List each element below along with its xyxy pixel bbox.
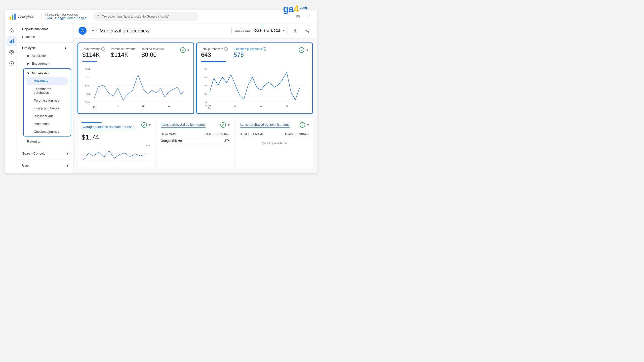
purchasers-dropdown-icon[interactable]: ▾: [306, 48, 308, 52]
page-title: Monetization overview: [100, 28, 228, 34]
purchase-revenue-value: $114K: [111, 51, 135, 58]
share-button[interactable]: [303, 26, 312, 35]
explore-icon[interactable]: [7, 47, 17, 57]
sidebar-item-in-app[interactable]: In-app purchases: [27, 104, 69, 112]
export-button[interactable]: [291, 26, 300, 35]
revenue-chart-svg-container: $20K $15K $10K $5K $0.00 08 Oct 15: [82, 64, 189, 109]
sidebar-lifecycle-items: ▶ Acquisition ▶ Engagement ▼ Monetizatio…: [18, 52, 73, 145]
total-revenue-metric: Total revenue i $114K: [82, 47, 105, 58]
svg-text:50: 50: [205, 68, 207, 70]
user-avatar[interactable]: A: [78, 27, 87, 35]
item-value-cell: 374: [224, 139, 230, 143]
svg-text:30: 30: [205, 85, 207, 87]
add-comparison-button[interactable]: +: [90, 27, 97, 34]
first-time-info-icon[interactable]: i: [263, 47, 266, 51]
items-list-purchased-col-header: ITEMS PURCHA...: [284, 132, 309, 135]
svg-line-21: [307, 31, 308, 32]
items-list-dropdown-icon[interactable]: ▾: [307, 123, 309, 127]
item-name-cell: Google Sticker: [161, 139, 182, 143]
svg-point-3: [97, 15, 99, 17]
app-container: Analytics All accounts > Demo Account GA…: [5, 10, 317, 173]
svg-rect-2: [14, 14, 16, 20]
svg-text:08: 08: [93, 105, 95, 107]
items-list-status-icon[interactable]: ✓: [300, 122, 305, 128]
total-revenue-info-icon[interactable]: i: [101, 47, 105, 51]
svg-text:10: 10: [205, 101, 207, 104]
svg-rect-0: [10, 17, 11, 20]
engagement-expand-icon: ▶: [27, 62, 30, 65]
revenue-dropdown-icon[interactable]: ▾: [188, 48, 189, 52]
total-ad-revenue-metric: Total ad revenue $0.00: [141, 47, 164, 58]
search-console-section: Search Console ▼: [18, 149, 73, 158]
analytics-icon: [9, 13, 16, 20]
sidebar-item-user[interactable]: User ▼: [18, 162, 73, 169]
reports-icon[interactable]: [7, 36, 17, 46]
revenue-status-icon[interactable]: ✓: [180, 47, 186, 53]
sidebar-item-engagement[interactable]: ▶ Engagement: [21, 60, 71, 67]
reports-snapshot-label: Reports snapshot: [22, 27, 48, 31]
revenue-chart-panel: Total revenue i $114K Purchase revenue $…: [77, 42, 194, 114]
sidebar-item-overview[interactable]: Overview: [27, 77, 69, 85]
revenue-chart-svg: $20K $15K $10K $5K $0.00 08 Oct 15: [82, 64, 189, 109]
sidebar-item-realtime[interactable]: Realtime: [18, 33, 71, 41]
total-purchasers-value: 643: [201, 51, 228, 58]
analytics-title: Analytics: [18, 14, 34, 19]
avg-revenue-value: $1.74: [82, 133, 151, 141]
svg-point-17: [308, 29, 309, 30]
sidebar-divider-2: [18, 147, 73, 147]
avg-revenue-panel: Average purchase revenue per user ✓ ▾ $1…: [77, 118, 155, 167]
main-area: Reports snapshot Realtime Life cycle ▲ ▶…: [5, 23, 317, 173]
date-range-selector[interactable]: Last 28 days Oct 8 - Nov 4, 2023 ▾: [231, 27, 288, 34]
sidebar-item-ecommerce[interactable]: Ecommerce purchases: [27, 85, 69, 97]
svg-text:20: 20: [205, 93, 207, 95]
sidebar-item-retention[interactable]: Retention: [21, 138, 71, 145]
sidebar-item-reports-snapshot[interactable]: Reports snapshot: [18, 25, 71, 33]
items-by-name-panel: Items purchased by Item name ✓ ▾ ITEM NA…: [157, 118, 234, 167]
items-by-list-panel: Items purchased by Item list name ✓ ▾ IT…: [236, 118, 313, 167]
svg-text:Oct: Oct: [208, 107, 211, 109]
avg-revenue-dropdown-icon[interactable]: ▾: [149, 123, 151, 127]
purchasers-chart-svg: 50 40 30 20 10 0 08 Oct: [201, 64, 308, 109]
svg-rect-1: [12, 15, 13, 20]
content-area: A + Monetization overview change the tim…: [73, 23, 317, 173]
svg-text:$10K: $10K: [85, 85, 90, 87]
svg-text:15: 15: [234, 105, 236, 107]
sidebar-item-purchase-journey[interactable]: Purchase journey: [27, 97, 69, 104]
sidebar-lifecycle-header[interactable]: Life cycle ▲: [18, 44, 71, 52]
purchasers-status-icon[interactable]: ✓: [299, 47, 304, 53]
avg-revenue-indicator: [82, 122, 102, 123]
search-console-chevron-icon: ▼: [66, 152, 69, 155]
svg-point-18: [306, 30, 307, 31]
sidebar-item-publisher-ads[interactable]: Publisher ads: [27, 112, 69, 120]
sidebar-item-promotions[interactable]: Promotions: [27, 120, 69, 128]
items-name-dropdown-icon[interactable]: ▾: [228, 123, 230, 127]
sidebar-divider-1: [18, 42, 73, 42]
svg-text:29: 29: [286, 105, 288, 107]
total-purchasers-info-icon[interactable]: i: [224, 47, 228, 51]
total-ad-revenue-value: $0.00: [141, 51, 164, 58]
sidebar-item-acquisition[interactable]: ▶ Acquisition: [21, 52, 71, 60]
sidebar-item-checkout-journey[interactable]: Checkout journey: [27, 128, 69, 135]
sidebar-divider-3: [18, 160, 73, 160]
svg-text:$5K: $5K: [86, 93, 90, 95]
home-icon[interactable]: [7, 25, 17, 35]
item-name-col-header: ITEM NAME: [161, 132, 177, 135]
svg-text:40: 40: [205, 76, 207, 79]
revenue-metrics: Total revenue i $114K Purchase revenue $…: [82, 47, 189, 58]
search-input[interactable]: [102, 15, 195, 18]
items-name-status-icon[interactable]: ✓: [220, 122, 226, 128]
search-bar[interactable]: [93, 12, 198, 21]
sidebar-item-monetization[interactable]: ▼ Monetization: [24, 69, 69, 77]
monetization-section: ▼ Monetization Overview Ecommerce purcha…: [23, 68, 71, 137]
svg-text:$15K: $15K: [85, 76, 90, 79]
svg-rect-7: [11, 40, 12, 43]
avg-revenue-status-icon[interactable]: ✓: [141, 122, 147, 128]
items-name-table-header: ITEM NAME ITEMS PURCHA...: [161, 131, 230, 137]
purchasers-chart-indicator: [201, 61, 226, 62]
svg-rect-8: [13, 39, 14, 43]
divider: [41, 14, 42, 20]
sidebar-item-search-console[interactable]: Search Console ▼: [18, 150, 73, 157]
svg-line-4: [99, 17, 99, 18]
breadcrumb-current[interactable]: GA4 - Google Merch Shop ▾: [46, 16, 87, 20]
advertising-icon[interactable]: [7, 58, 17, 68]
